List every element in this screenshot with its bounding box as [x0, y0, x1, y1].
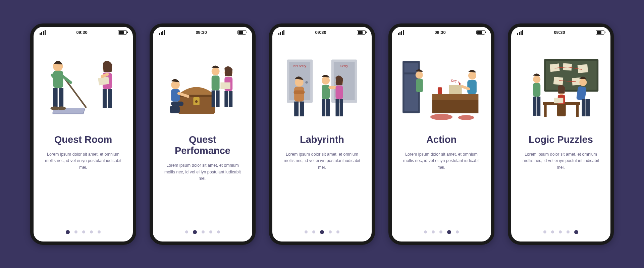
status-bar: 09:30	[34, 27, 133, 38]
svg-rect-33	[229, 91, 232, 107]
phone-quest-performance: 09:30	[150, 23, 256, 245]
svg-point-69	[468, 71, 476, 79]
dot-4[interactable]	[217, 230, 220, 233]
status-time: 09:30	[554, 30, 565, 35]
dot-4[interactable]	[574, 230, 578, 234]
pagination-dots[interactable]	[392, 223, 491, 242]
screen-description: Lorem ipsum dolor sit amet, et omnium mo…	[281, 151, 363, 171]
signal-icon	[398, 30, 404, 35]
svg-rect-22	[171, 89, 180, 101]
svg-rect-96	[586, 99, 590, 116]
svg-rect-90	[533, 83, 540, 96]
dot-1[interactable]	[312, 230, 315, 233]
dot-2[interactable]	[439, 230, 442, 233]
svg-rect-66	[449, 85, 462, 94]
svg-point-89	[533, 75, 540, 83]
svg-rect-59	[405, 74, 418, 111]
svg-point-26	[212, 67, 220, 75]
dot-2[interactable]	[559, 230, 562, 233]
battery-icon	[237, 30, 246, 35]
dot-3[interactable]	[567, 230, 570, 233]
svg-rect-52	[326, 99, 330, 116]
illustration-quest-performance	[153, 38, 252, 132]
dot-1[interactable]	[193, 230, 197, 234]
svg-rect-56	[339, 99, 343, 116]
svg-rect-24	[170, 106, 179, 113]
svg-rect-47	[293, 90, 305, 94]
dot-4[interactable]	[336, 230, 339, 233]
svg-rect-13	[103, 89, 107, 107]
dot-1[interactable]	[551, 230, 554, 233]
svg-rect-15	[98, 76, 109, 85]
dot-0[interactable]	[185, 230, 188, 233]
dot-2[interactable]	[82, 230, 85, 233]
svg-rect-83	[544, 105, 546, 117]
illustration-quest-room	[34, 38, 133, 132]
svg-rect-29	[216, 90, 220, 107]
dot-0[interactable]	[424, 230, 427, 233]
svg-rect-92	[537, 96, 540, 115]
dot-2[interactable]	[320, 230, 324, 234]
dot-0[interactable]	[66, 230, 70, 234]
svg-point-8	[57, 106, 66, 110]
pagination-dots[interactable]	[153, 223, 252, 242]
dot-0[interactable]	[543, 230, 546, 233]
svg-rect-61	[416, 78, 423, 92]
svg-rect-28	[212, 90, 215, 107]
dot-1[interactable]	[74, 230, 77, 233]
battery-icon	[596, 30, 604, 35]
svg-point-37	[305, 81, 308, 83]
svg-rect-27	[212, 75, 220, 90]
dot-3[interactable]	[447, 230, 451, 234]
screen-description: Lorem ipsum dolor sit amet, et omnium mo…	[400, 151, 482, 171]
phone-action: 09:30 Key Action	[388, 23, 494, 245]
battery-icon	[476, 30, 485, 35]
svg-point-60	[416, 71, 423, 78]
status-bar: 09:30	[511, 27, 610, 38]
svg-rect-54	[335, 85, 343, 99]
svg-rect-14	[108, 89, 112, 107]
dot-3[interactable]	[90, 230, 93, 233]
svg-rect-32	[224, 91, 228, 107]
status-bar: 09:30	[272, 27, 372, 38]
dot-3[interactable]	[209, 230, 212, 233]
screen-title: Action	[400, 134, 482, 145]
signal-icon	[159, 30, 165, 35]
pagination-dots[interactable]	[34, 223, 133, 242]
svg-rect-45	[294, 101, 299, 116]
dot-4[interactable]	[456, 230, 459, 233]
svg-rect-55	[335, 99, 339, 116]
status-bar: 09:30	[392, 27, 491, 38]
svg-rect-76	[578, 64, 588, 73]
svg-rect-23	[171, 101, 183, 106]
dot-0[interactable]	[305, 230, 308, 233]
pagination-dots[interactable]	[272, 223, 372, 242]
battery-icon	[357, 30, 366, 35]
svg-rect-95	[582, 99, 586, 116]
dot-4[interactable]	[98, 230, 101, 233]
svg-rect-51	[322, 99, 325, 116]
svg-rect-5	[53, 88, 58, 107]
phone-logic-puzzles: 09:30	[508, 23, 614, 245]
svg-rect-70	[467, 80, 477, 94]
svg-point-48	[322, 76, 330, 85]
status-time: 09:30	[434, 30, 445, 35]
svg-rect-68	[438, 87, 442, 94]
status-time: 09:30	[76, 30, 87, 35]
svg-rect-63	[432, 100, 478, 113]
signal-icon	[40, 30, 46, 35]
dot-3[interactable]	[329, 230, 332, 233]
dot-2[interactable]	[202, 230, 205, 233]
svg-rect-87	[554, 98, 564, 103]
status-bar: 09:30	[153, 27, 252, 38]
status-time: 09:30	[196, 30, 207, 35]
svg-rect-91	[533, 96, 536, 115]
dot-1[interactable]	[432, 230, 435, 233]
svg-point-65	[458, 115, 474, 120]
screen-title: Logic Puzzles	[520, 134, 602, 145]
svg-point-20	[195, 100, 198, 102]
pagination-dots[interactable]	[511, 223, 610, 242]
svg-point-64	[430, 114, 452, 120]
svg-rect-88	[557, 104, 566, 116]
battery-icon	[118, 30, 127, 35]
